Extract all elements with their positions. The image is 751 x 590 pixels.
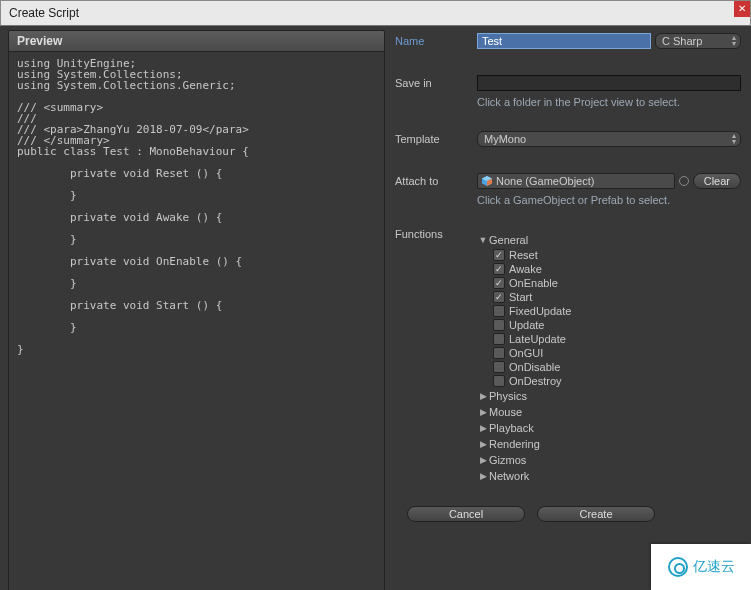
function-checkbox[interactable]: ✓ — [493, 249, 505, 261]
template-dropdown[interactable]: MyMono ▴▾ — [477, 131, 741, 147]
foldout-closed-icon: ▶ — [477, 407, 489, 417]
object-picker-button[interactable] — [679, 176, 689, 186]
function-group[interactable]: ▼General — [477, 232, 741, 248]
clear-button[interactable]: Clear — [693, 173, 741, 189]
savein-input[interactable] — [477, 75, 741, 91]
function-group-label: Network — [489, 470, 529, 482]
watermark: 亿速云 — [651, 544, 751, 590]
savein-hint: Click a folder in the Project view to se… — [477, 96, 741, 108]
cancel-button[interactable]: Cancel — [407, 506, 525, 522]
name-label: Name — [395, 35, 477, 47]
function-group[interactable]: ▶Physics — [477, 388, 741, 404]
function-checkbox[interactable]: ✓ — [493, 277, 505, 289]
attach-value: None (GameObject) — [496, 175, 594, 187]
close-button[interactable]: ✕ — [734, 1, 750, 17]
function-checkbox[interactable] — [493, 375, 505, 387]
function-group-label: Gizmos — [489, 454, 526, 466]
savein-label: Save in — [395, 77, 477, 89]
dropdown-arrows-icon: ▴▾ — [732, 133, 736, 145]
function-checkbox[interactable]: ✓ — [493, 291, 505, 303]
function-group[interactable]: ▶Rendering — [477, 436, 741, 452]
function-item: FixedUpdate — [493, 304, 741, 318]
foldout-closed-icon: ▶ — [477, 455, 489, 465]
foldout-closed-icon: ▶ — [477, 391, 489, 401]
foldout-closed-icon: ▶ — [477, 471, 489, 481]
function-group[interactable]: ▶Network — [477, 468, 741, 484]
function-checkbox[interactable] — [493, 333, 505, 345]
function-group-label: Playback — [489, 422, 534, 434]
function-checkbox[interactable] — [493, 361, 505, 373]
language-value: C Sharp — [662, 35, 702, 47]
function-checkbox[interactable] — [493, 305, 505, 317]
function-group-label: General — [489, 234, 528, 246]
attach-hint: Click a GameObject or Prefab to select. — [477, 194, 741, 206]
function-group[interactable]: ▶Mouse — [477, 404, 741, 420]
watermark-logo-icon — [668, 557, 688, 577]
function-item: OnDestroy — [493, 374, 741, 388]
function-item-label: OnDestroy — [509, 375, 562, 387]
window-title: Create Script — [9, 6, 79, 20]
function-group-label: Rendering — [489, 438, 540, 450]
function-item: ✓OnEnable — [493, 276, 741, 290]
preview-header: Preview — [8, 30, 385, 52]
preview-code: using UnityEngine; using System.Collecti… — [8, 52, 385, 590]
foldout-closed-icon: ▶ — [477, 423, 489, 433]
function-item: ✓Reset — [493, 248, 741, 262]
form-panel: Name C Sharp ▴▾ Save in Click a folder i… — [385, 26, 751, 590]
function-group[interactable]: ▶Gizmos — [477, 452, 741, 468]
function-item: OnGUI — [493, 346, 741, 360]
functions-label: Functions — [395, 228, 477, 240]
watermark-text: 亿速云 — [693, 558, 735, 576]
template-label: Template — [395, 133, 477, 145]
function-item: Update — [493, 318, 741, 332]
function-group[interactable]: ▶Playback — [477, 420, 741, 436]
function-item-label: Update — [509, 319, 544, 331]
function-item: ✓Start — [493, 290, 741, 304]
function-checkbox[interactable] — [493, 319, 505, 331]
function-item: OnDisable — [493, 360, 741, 374]
titlebar: Create Script ✕ — [0, 0, 751, 26]
functions-tree: ▼General✓Reset✓Awake✓OnEnable✓StartFixed… — [477, 232, 741, 484]
foldout-closed-icon: ▶ — [477, 439, 489, 449]
function-item: ✓Awake — [493, 262, 741, 276]
function-group-label: Physics — [489, 390, 527, 402]
preview-panel: Preview using UnityEngine; using System.… — [0, 26, 385, 590]
function-item-label: Awake — [509, 263, 542, 275]
content: Preview using UnityEngine; using System.… — [0, 26, 751, 590]
name-input[interactable] — [477, 33, 651, 49]
attach-label: Attach to — [395, 175, 477, 187]
template-value: MyMono — [484, 133, 526, 145]
function-item-label: OnGUI — [509, 347, 543, 359]
function-item-label: Reset — [509, 249, 538, 261]
dropdown-arrows-icon: ▴▾ — [732, 35, 736, 47]
function-item-label: OnDisable — [509, 361, 560, 373]
function-item-label: FixedUpdate — [509, 305, 571, 317]
function-item: LateUpdate — [493, 332, 741, 346]
function-checkbox[interactable]: ✓ — [493, 263, 505, 275]
function-item-label: LateUpdate — [509, 333, 566, 345]
language-dropdown[interactable]: C Sharp ▴▾ — [655, 33, 741, 49]
function-item-label: OnEnable — [509, 277, 558, 289]
function-checkbox[interactable] — [493, 347, 505, 359]
create-button[interactable]: Create — [537, 506, 655, 522]
function-group-label: Mouse — [489, 406, 522, 418]
foldout-open-icon: ▼ — [477, 235, 489, 245]
gameobject-icon — [482, 176, 492, 186]
function-item-label: Start — [509, 291, 532, 303]
attach-object-field[interactable]: None (GameObject) — [477, 173, 675, 189]
